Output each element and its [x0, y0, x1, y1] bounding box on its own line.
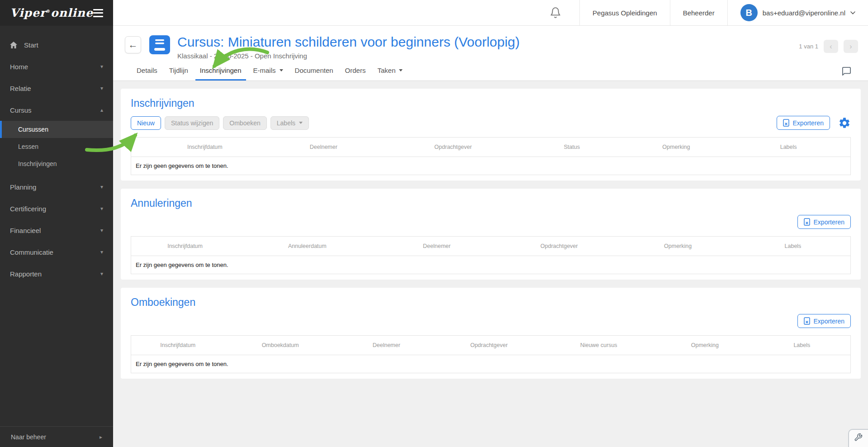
- tab-inschrijvingen[interactable]: Inschrijvingen: [195, 67, 246, 81]
- sidebar-logo-bar: Viper®online: [0, 0, 113, 26]
- content-area: Inschrijvingen Nieuw Status wijzigen Omb…: [113, 81, 868, 379]
- column-header: Deelnemer: [375, 237, 498, 256]
- chevron-down-icon: ▾: [100, 227, 103, 233]
- gear-icon[interactable]: [838, 117, 851, 129]
- tab-label: Orders: [345, 67, 366, 74]
- nieuw-button[interactable]: Nieuw: [131, 116, 161, 130]
- wrench-icon: [854, 433, 868, 442]
- avatar: B: [740, 4, 758, 21]
- sidebar-item-label: Cursus: [10, 106, 100, 114]
- column-header: Opmerking: [620, 237, 735, 256]
- export-file-icon: [783, 119, 789, 127]
- pager-label: 1 van 1: [799, 43, 818, 50]
- brand-name: Viper: [10, 6, 46, 19]
- column-header: Status: [518, 138, 626, 157]
- column-header: Opmerking: [626, 138, 727, 157]
- column-header: Opdrachtgever: [437, 336, 541, 355]
- sidebar-item-certificering[interactable]: Certificering ▾: [0, 198, 113, 219]
- sidebar-item-rapporten[interactable]: Rapporten ▾: [0, 263, 113, 285]
- record-pager: 1 van 1 ‹ ›: [799, 40, 858, 53]
- sidebar-item-label: Communicatie: [10, 248, 100, 256]
- button-label: Nieuw: [137, 119, 155, 127]
- section-inschrijvingen: Inschrijvingen Nieuw Status wijzigen Omb…: [121, 89, 861, 181]
- sidebar-item-label: Start: [24, 41, 103, 49]
- bell-icon: [550, 7, 561, 19]
- sidebar-item-label: Rapporten: [10, 270, 100, 278]
- chevron-down-icon: ▾: [100, 184, 103, 190]
- sidebar-item-naar-beheer[interactable]: Naar beheer ▸: [0, 426, 113, 447]
- button-label: Exporteren: [814, 318, 844, 325]
- button-label: Exporteren: [814, 219, 844, 226]
- empty-table-message: Er zijn geen gegevens om te tonen.: [131, 256, 851, 274]
- sidebar-item-cursus[interactable]: Cursus ▴: [0, 99, 113, 121]
- page-header: ← Cursus: Miniaturen schilderen voor beg…: [113, 26, 868, 81]
- main-area: Pegasus Opleidingen Beheerder B bas+edua…: [113, 0, 868, 447]
- sidebar-item-inschrijvingen[interactable]: Inschrijvingen: [0, 155, 113, 172]
- status-wijzigen-button[interactable]: Status wijzigen: [165, 116, 219, 130]
- organization-label: Pegasus Opleidingen: [579, 0, 670, 25]
- tab-bar: Details Tijdlijn Inschrijvingen E-mails …: [125, 67, 868, 81]
- comments-icon[interactable]: [841, 66, 852, 76]
- sidebar-item-start[interactable]: Start: [0, 34, 113, 56]
- button-label: Exporteren: [793, 119, 824, 127]
- inschrijvingen-toolbar: Nieuw Status wijzigen Omboeken Labels: [131, 116, 851, 130]
- button-label: Labels: [277, 119, 295, 127]
- sidebar-nav: Start Home ▾ Relatie ▾ Cursus ▴ Cursusse…: [0, 26, 113, 285]
- column-header: Deelnemer: [336, 336, 437, 355]
- chevron-down-icon: ▾: [100, 205, 103, 212]
- exporteren-button[interactable]: Exporteren: [797, 314, 851, 328]
- brand-suffix: online: [51, 6, 93, 19]
- export-file-icon: [804, 218, 810, 226]
- sidebar-item-planning[interactable]: Planning ▾: [0, 176, 113, 198]
- tools-widget[interactable]: [848, 429, 868, 447]
- section-omboekingen: Omboekingen Exporteren Inschrijf: [121, 288, 861, 379]
- column-header: Opmerking: [656, 336, 754, 355]
- topbar: Pegasus Opleidingen Beheerder B bas+edua…: [113, 0, 868, 26]
- tab-label: Inschrijvingen: [200, 67, 242, 74]
- chevron-down-icon: [850, 11, 855, 14]
- back-button[interactable]: ←: [125, 36, 141, 53]
- column-header: Deelnemer: [259, 138, 388, 157]
- hamburger-menu-icon[interactable]: [93, 9, 103, 17]
- tab-orders[interactable]: Orders: [341, 67, 370, 81]
- user-menu[interactable]: B bas+eduard@viperonline.nl: [727, 0, 868, 25]
- sidebar-item-lessen[interactable]: Lessen: [0, 138, 113, 155]
- column-header: Opdrachtgever: [498, 237, 620, 256]
- pager-prev-button[interactable]: ‹: [824, 40, 838, 53]
- notifications-button[interactable]: [531, 0, 579, 25]
- sidebar-item-communicatie[interactable]: Communicatie ▾: [0, 241, 113, 263]
- section-title: Omboekingen: [131, 296, 851, 309]
- column-header: Inschrijfdatum: [151, 138, 259, 157]
- empty-table-message: Er zijn geen gegevens om te tonen.: [131, 157, 851, 175]
- sidebar-item-relatie[interactable]: Relatie ▾: [0, 77, 113, 99]
- home-icon: [10, 42, 17, 48]
- chevron-right-icon: ▸: [100, 434, 102, 440]
- empty-table-message: Er zijn geen gegevens om te tonen.: [131, 355, 851, 373]
- exporteren-button[interactable]: Exporteren: [797, 215, 851, 229]
- chevron-right-icon: ›: [849, 43, 852, 51]
- column-header: Inschrijfdatum: [131, 336, 225, 355]
- labels-dropdown-button[interactable]: Labels: [270, 116, 309, 130]
- column-header: Inschrijfdatum: [131, 237, 239, 256]
- role-label: Beheerder: [670, 0, 727, 25]
- section-annuleringen: Annuleringen Exporteren Inschrij: [121, 189, 861, 280]
- tab-tijdlijn[interactable]: Tijdlijn: [165, 67, 193, 81]
- sidebar-item-cursussen[interactable]: Cursussen: [0, 121, 113, 138]
- tab-emails[interactable]: E-mails: [249, 67, 288, 81]
- tab-taken[interactable]: Taken: [373, 67, 407, 81]
- column-header: Annuleerdatum: [239, 237, 375, 256]
- sidebar-item-label: Relatie: [10, 85, 100, 92]
- chevron-down-icon: ▾: [100, 63, 103, 70]
- column-header: Labels: [754, 336, 851, 355]
- tab-details[interactable]: Details: [132, 67, 162, 81]
- section-title: Inschrijvingen: [131, 97, 851, 109]
- sidebar-item-financieel[interactable]: Financieel ▾: [0, 219, 113, 241]
- pager-next-button[interactable]: ›: [844, 40, 858, 53]
- tab-documenten[interactable]: Documenten: [290, 67, 338, 81]
- omboeken-button[interactable]: Omboeken: [223, 116, 266, 130]
- caret-down-icon: [299, 122, 303, 124]
- tab-label: Tijdlijn: [169, 67, 188, 74]
- sidebar-item-home[interactable]: Home ▾: [0, 56, 113, 77]
- exporteren-button[interactable]: Exporteren: [777, 116, 830, 130]
- organization-name: Pegasus Opleidingen: [593, 9, 657, 17]
